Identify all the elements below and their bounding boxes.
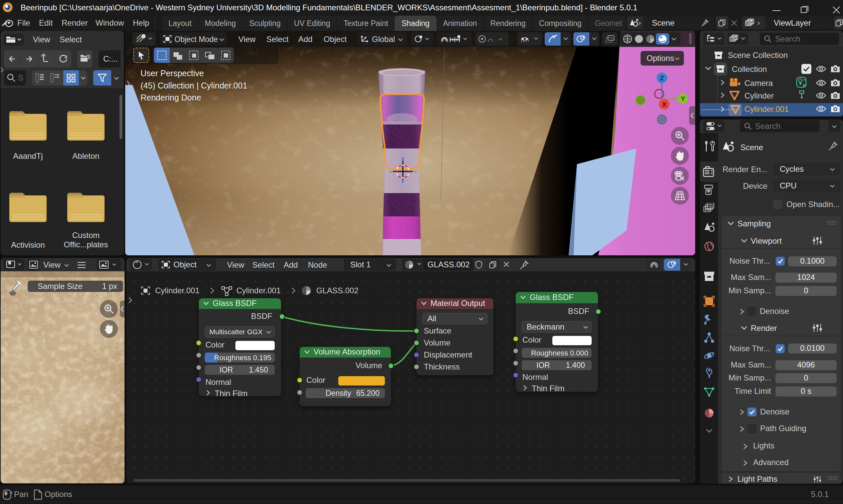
svg-text:Z: Z [660,75,664,82]
svg-text:Y: Y [681,95,685,102]
svg-text:X: X [662,101,666,108]
